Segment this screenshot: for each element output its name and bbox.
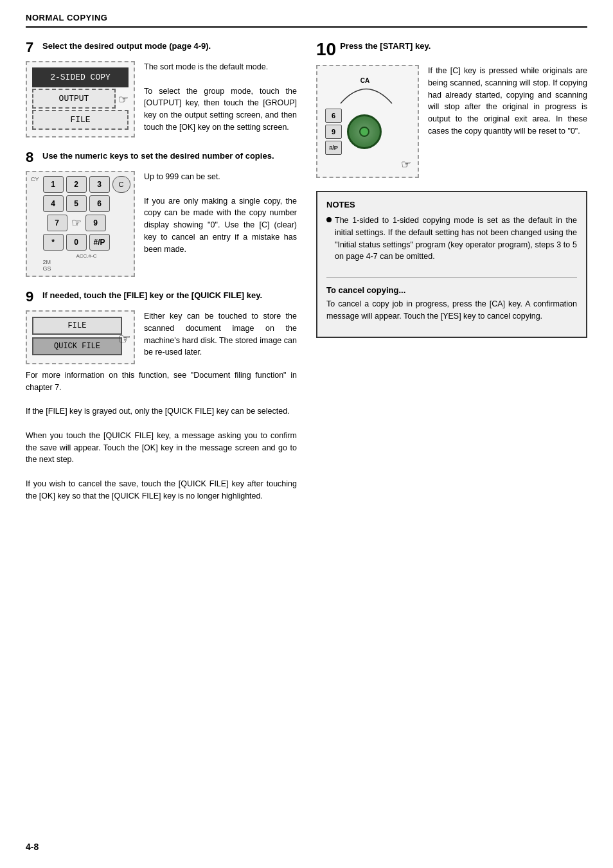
notes-bullet-1-text: The 1-sided to 1-sided copying mode is s… [335, 215, 577, 263]
notes-box: NOTES The 1-sided to 1-sided copying mod… [316, 191, 587, 338]
start-key-9[interactable]: 9 [325, 125, 342, 139]
step-8: 8 Use the numeric keys to set the desire… [26, 150, 297, 277]
header-title: NORMAL COPYING [26, 13, 107, 22]
key-c[interactable]: C [112, 176, 130, 193]
key-5[interactable]: 5 [66, 195, 87, 212]
page-header: NORMAL COPYING [26, 13, 587, 28]
svg-text:CA: CA [360, 77, 369, 84]
step-7: 7 Select the desired output mode (page 4… [26, 40, 297, 137]
key-4[interactable]: 4 [43, 195, 64, 212]
cancel-text: To cancel a copy job in progress, press … [326, 298, 577, 323]
acc-label: ACC.#-C [43, 253, 130, 259]
finger-output-icon: ☞ [118, 93, 129, 107]
step-9-number: 9 [26, 290, 39, 304]
step-7-title: Select the desired output mode (page 4-9… [42, 40, 211, 52]
step-8-text: Up to 999 can be set. If you are only ma… [144, 171, 297, 255]
left-column: 7 Select the desired output mode (page 4… [26, 40, 297, 515]
notes-divider [326, 277, 577, 278]
step-7-text: The sort mode is the default mode. To se… [144, 61, 297, 134]
key-9[interactable]: 9 [85, 215, 106, 231]
start-button-inner [359, 127, 369, 137]
bullet-dot-1 [326, 217, 332, 222]
quick-file-button[interactable]: QUICK FILE [32, 337, 122, 355]
start-key-sharpp[interactable]: #/P [325, 141, 342, 155]
step-9: 9 If needed, touch the [FILE] key or the… [26, 290, 297, 502]
file-button[interactable]: FILE [32, 317, 122, 335]
key-star[interactable]: * [43, 234, 64, 251]
key-7[interactable]: 7 [47, 215, 67, 231]
notes-title: NOTES [326, 200, 577, 209]
notes-bullet-1: The 1-sided to 1-sided copying mode is s… [326, 215, 577, 269]
cancel-title: To cancel copying... [326, 285, 577, 295]
key-3[interactable]: 3 [89, 176, 110, 193]
start-button[interactable] [347, 114, 382, 149]
keypad: CY 1 2 3 C [26, 171, 135, 277]
start-panel: CA 6 9 #/P [316, 65, 419, 178]
step-9-title: If needed, touch the [FILE] key or the [… [42, 290, 262, 301]
step-7-number: 7 [26, 40, 39, 55]
step-10-title: Press the [START] key. [340, 40, 431, 52]
step-8-title: Use the numeric keys to set the desired … [42, 150, 274, 162]
key-6[interactable]: 6 [89, 195, 110, 212]
output-panel: 2-SIDED COPY OUTPUT ☞ FILE [26, 61, 135, 137]
key-1[interactable]: 1 [43, 176, 64, 193]
step-9-image: FILE QUICK FILE ☞ [26, 310, 135, 364]
step-9-main-text: Either key can be touched to store the s… [144, 310, 297, 359]
ca-arc-svg: CA [321, 71, 411, 107]
step-10-text: If the [C] key is pressed while original… [428, 65, 587, 137]
step-8-image: CY 1 2 3 C [26, 171, 135, 277]
file-hand-icon: ☞ [118, 331, 131, 348]
step-7-image: 2-SIDED COPY OUTPUT ☞ FILE [26, 61, 135, 137]
start-hand-icon: ☞ [401, 157, 411, 172]
key-0[interactable]: 0 [66, 234, 87, 251]
step-9-below-text: For more information on this function, s… [26, 369, 297, 502]
start-key-6[interactable]: 6 [325, 109, 342, 123]
page-number: 4-8 [26, 842, 39, 852]
step-10-image: CA 6 9 #/P [316, 65, 419, 178]
key-2[interactable]: 2 [66, 176, 87, 193]
right-column: 10 Press the [START] key. CA [316, 40, 587, 515]
step-8-number: 8 [26, 150, 39, 164]
page-footer: 4-8 [26, 842, 39, 852]
lcd-output: OUTPUT [32, 89, 116, 109]
lcd-2sided: 2-SIDED COPY [32, 67, 129, 87]
file-panel: FILE QUICK FILE ☞ [26, 310, 135, 364]
step-10: 10 Press the [START] key. CA [316, 40, 587, 178]
key-sharp-p[interactable]: #/P [89, 234, 110, 251]
step-10-number: 10 [316, 40, 336, 58]
lcd-file: FILE [32, 110, 129, 130]
